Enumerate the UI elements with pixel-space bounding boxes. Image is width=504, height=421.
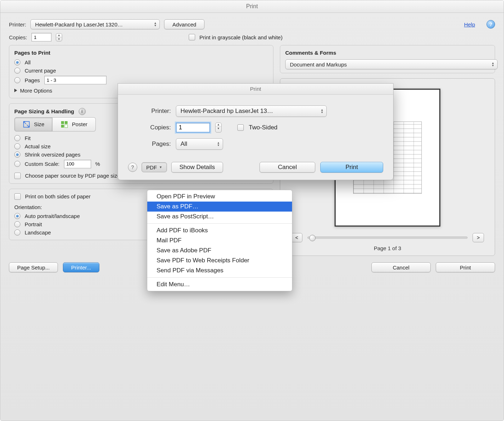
seg-size-label: Size — [34, 121, 44, 127]
prev-page-button[interactable]: < — [291, 233, 302, 242]
cancel-label: Cancel — [393, 264, 410, 271]
print-button[interactable]: Print — [436, 262, 495, 272]
custom-scale-unit: % — [95, 161, 100, 167]
menu-save-ps[interactable]: Save as PostScript… — [147, 212, 292, 222]
menu-open-preview[interactable]: Open PDF in Preview — [147, 192, 292, 202]
triangle-right-icon — [14, 89, 17, 92]
radio-auto-orient[interactable] — [14, 213, 20, 219]
comments-forms-panel: Comments & Forms Document and Markups ▲▼ — [280, 45, 495, 73]
zoom-slider[interactable] — [307, 237, 468, 239]
menu-save-adobe[interactable]: Save as Adobe PDF — [147, 246, 292, 256]
printer-value: Hewlett-Packard hp LaserJet 1320… — [35, 21, 123, 28]
radio-portrait-label: Portrait — [25, 221, 42, 227]
chevron-down-icon: ▼ — [159, 165, 162, 169]
info-icon[interactable]: i — [79, 108, 86, 115]
radio-shrink[interactable] — [14, 152, 20, 158]
paper-source-label: Choose paper source by PDF page size — [25, 173, 120, 179]
copies-stepper[interactable]: ▲▼ — [56, 33, 62, 41]
window-title: Print — [0, 0, 504, 13]
twosided-label: Two-Sided — [249, 124, 277, 131]
show-details-button[interactable]: Show Details — [171, 162, 223, 173]
pdf-menu-button[interactable]: PDF ▼ — [142, 162, 167, 172]
advanced-label: Advanced — [172, 21, 196, 28]
more-options-label: More Options — [20, 88, 52, 94]
comments-title: Comments & Forms — [285, 50, 490, 56]
poster-icon — [60, 120, 68, 128]
advanced-button[interactable]: Advanced — [164, 19, 204, 29]
radio-shrink-label: Shrink oversized pages — [25, 152, 80, 158]
show-details-label: Show Details — [179, 164, 215, 171]
radio-pages[interactable] — [14, 77, 20, 83]
twosided-checkbox[interactable] — [237, 124, 244, 131]
page-setup-label: Page Setup... — [17, 264, 50, 271]
zoom-thumb[interactable] — [309, 235, 316, 241]
next-page-button[interactable]: > — [473, 233, 484, 242]
svg-rect-3 — [61, 125, 64, 128]
sheet-cancel-label: Cancel — [278, 164, 297, 171]
paper-source-checkbox[interactable] — [14, 173, 21, 179]
printer-button-label: Printer... — [71, 264, 91, 271]
radio-landscape[interactable] — [14, 229, 20, 236]
radio-custom[interactable] — [14, 161, 20, 167]
comments-value: Document and Markups — [290, 61, 347, 68]
radio-all[interactable] — [14, 59, 20, 65]
radio-landscape-label: Landscape — [25, 229, 51, 236]
sheet-print-button[interactable]: Print — [320, 162, 383, 173]
grayscale-label: Print in grayscale (black and white) — [199, 34, 283, 40]
menu-edit[interactable]: Edit Menu… — [147, 279, 292, 289]
sheet-pages-select[interactable]: All ▲▼ — [176, 138, 223, 150]
sheet-printer-value: Hewlett-Packard hp LaserJet 13… — [181, 108, 273, 115]
cancel-button[interactable]: Cancel — [371, 262, 431, 272]
radio-pages-label: Pages — [25, 77, 40, 83]
radio-all-label: All — [25, 59, 31, 65]
menu-save-pdf[interactable]: Save as PDF… — [147, 202, 292, 212]
radio-actual-label: Actual size — [25, 143, 51, 149]
sheet-printer-select[interactable]: Hewlett-Packard hp LaserJet 13… ▲▼ — [176, 105, 327, 117]
help-link[interactable]: Help — [464, 21, 475, 28]
system-print-sheet: Print Printer: Hewlett-Packard hp LaserJ… — [118, 83, 394, 180]
printer-button[interactable]: Printer... — [63, 262, 99, 272]
pdf-menu-label: PDF — [146, 164, 157, 170]
sheet-title: Print — [118, 84, 393, 95]
menu-save-receipts[interactable]: Save PDF to Web Receipts Folder — [147, 256, 292, 266]
page-setup-button[interactable]: Page Setup... — [9, 262, 58, 272]
sheet-cancel-button[interactable]: Cancel — [260, 162, 315, 173]
page-indicator: Page 1 of 3 — [374, 245, 401, 251]
comments-select[interactable]: Document and Markups ▲▼ — [285, 59, 498, 69]
pdf-dropdown-menu: Open PDF in Preview Save as PDF… Save as… — [147, 190, 292, 291]
sheet-copies-input[interactable] — [176, 123, 210, 133]
chevron-updown-icon: ▲▼ — [154, 22, 157, 27]
printer-select[interactable]: Hewlett-Packard hp LaserJet 1320… ▲▼ — [30, 19, 160, 29]
grayscale-checkbox[interactable] — [189, 34, 195, 40]
custom-scale-input[interactable] — [64, 160, 91, 168]
radio-portrait[interactable] — [14, 221, 20, 227]
seg-poster[interactable]: Poster — [53, 117, 95, 132]
sheet-copies-stepper[interactable]: ▲▼ — [215, 123, 222, 133]
menu-send-messages[interactable]: Send PDF via Messages — [147, 266, 292, 276]
menu-separator — [147, 277, 292, 278]
svg-rect-1 — [61, 121, 64, 124]
sheet-pages-label: Pages: — [128, 140, 171, 148]
radio-fit[interactable] — [14, 135, 20, 141]
radio-current-label: Current page — [25, 68, 56, 74]
menu-separator — [147, 223, 292, 224]
chevron-updown-icon: ▲▼ — [491, 62, 494, 67]
menu-mail-pdf[interactable]: Mail PDF — [147, 236, 292, 246]
radio-actual[interactable] — [14, 143, 20, 149]
seg-poster-label: Poster — [72, 121, 87, 127]
chevron-updown-icon: ▲▼ — [321, 109, 323, 114]
copies-input[interactable] — [31, 33, 51, 41]
seg-size[interactable]: Size — [14, 117, 53, 132]
more-options-disclosure[interactable]: More Options — [14, 88, 52, 94]
pages-range-input[interactable] — [44, 76, 107, 84]
help-icon[interactable]: ? — [486, 20, 495, 29]
pages-title: Pages to Print — [14, 50, 268, 56]
duplex-checkbox[interactable] — [14, 193, 21, 200]
copies-label: Copies: — [9, 34, 27, 40]
menu-add-ibooks[interactable]: Add PDF to iBooks — [147, 226, 292, 236]
radio-current[interactable] — [14, 68, 20, 74]
size-icon — [23, 120, 30, 128]
sheet-help-button[interactable]: ? — [128, 163, 137, 172]
sheet-printer-label: Printer: — [128, 108, 171, 115]
chevron-updown-icon: ▲▼ — [217, 142, 220, 147]
